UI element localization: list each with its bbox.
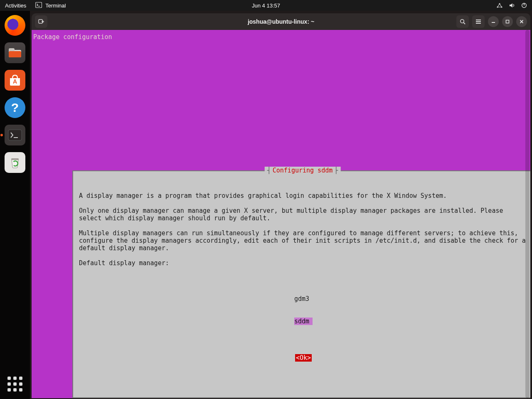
power-icon — [521, 2, 527, 8]
svg-rect-8 — [9, 48, 15, 52]
svg-rect-23 — [506, 20, 509, 23]
dialog-title: ┤ Configuring sddm ├ — [265, 167, 341, 174]
dialog-prompt: Default display manager: — [79, 259, 169, 267]
clock[interactable]: Jun 4 13:57 — [252, 2, 280, 9]
option-sddm[interactable]: sddm — [294, 318, 313, 325]
dialog-options: gdm3 sddm <Ok> — [79, 280, 528, 377]
dialog-para2: Only one display manager can manage a gi… — [79, 207, 507, 222]
dock-item-software[interactable]: A — [5, 70, 25, 91]
new-tab-button[interactable] — [35, 15, 47, 28]
svg-line-18 — [463, 22, 465, 24]
svg-point-17 — [461, 20, 464, 23]
dock-item-help[interactable]: ? — [5, 97, 25, 118]
dock: A ? — [0, 11, 30, 399]
svg-text:A: A — [13, 78, 17, 85]
volume-icon — [509, 2, 515, 8]
focused-app-label: Terminal — [45, 2, 66, 9]
dock-item-files[interactable] — [5, 42, 25, 63]
close-button[interactable] — [516, 16, 527, 27]
hamburger-icon — [475, 19, 482, 25]
gnome-top-bar: Activities Terminal Jun 4 13:57 — [0, 0, 532, 11]
window-titlebar: joshua@ubuntu-linux: ~ — [32, 13, 530, 30]
dock-item-firefox[interactable] — [5, 15, 25, 36]
debconf-header: Package configuration — [32, 33, 530, 41]
show-applications-button[interactable] — [6, 375, 24, 393]
terminal-icon — [35, 2, 42, 9]
close-icon — [519, 19, 524, 24]
svg-rect-9 — [9, 51, 21, 57]
network-icon — [496, 2, 503, 8]
minimize-button[interactable] — [488, 16, 499, 27]
svg-rect-0 — [36, 2, 42, 7]
debconf-dialog: ┤ Configuring sddm ├ A display manager i… — [72, 170, 530, 398]
maximize-button[interactable] — [502, 16, 513, 27]
option-gdm3[interactable]: gdm3 — [294, 295, 313, 303]
clock-label: Jun 4 13:57 — [252, 2, 280, 9]
dock-item-terminal[interactable] — [5, 125, 25, 145]
focused-app-indicator[interactable]: Terminal — [35, 2, 66, 9]
search-button[interactable] — [456, 15, 469, 28]
search-icon — [459, 18, 466, 25]
svg-rect-13 — [11, 158, 19, 160]
maximize-icon — [505, 19, 510, 24]
system-tray[interactable] — [496, 2, 527, 8]
terminal-scrollbar[interactable] — [525, 30, 530, 398]
activities-button[interactable]: Activities — [5, 2, 26, 9]
dialog-title-text: Configuring sddm — [273, 167, 333, 174]
dock-item-trash[interactable] — [5, 152, 25, 173]
dialog-para1: A display manager is a program that prov… — [79, 192, 447, 200]
terminal-viewport[interactable]: Package configuration ┤ Configuring sddm… — [32, 30, 530, 398]
window-title: joshua@ubuntu-linux: ~ — [248, 18, 314, 25]
svg-rect-11 — [8, 130, 22, 140]
minimize-icon — [491, 19, 496, 24]
menu-button[interactable] — [472, 15, 485, 28]
terminal-window: joshua@ubuntu-linux: ~ P — [32, 13, 530, 398]
ok-button[interactable]: <Ok> — [295, 354, 312, 362]
dialog-para3: Multiple display managers can run simult… — [79, 229, 530, 252]
activities-label: Activities — [5, 2, 26, 9]
